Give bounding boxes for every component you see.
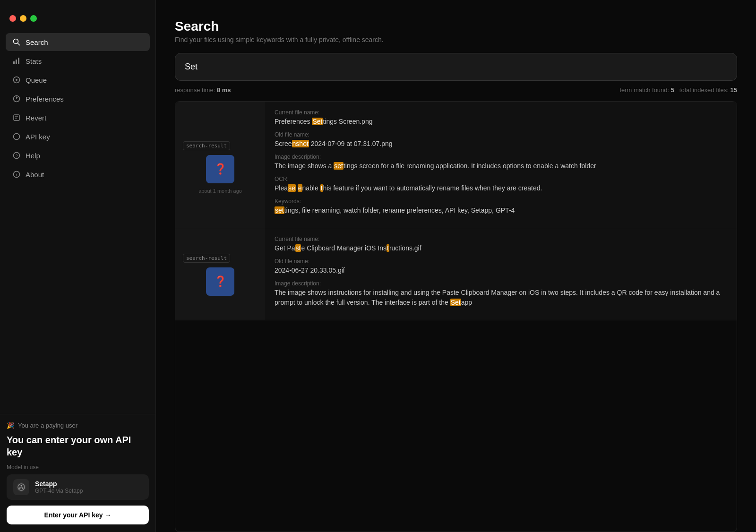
file-thumbnail: ❓ — [206, 267, 234, 296]
sidebar-item-revert[interactable]: Revert — [6, 109, 150, 127]
preferences-icon — [12, 94, 21, 103]
svg-rect-4 — [18, 58, 19, 64]
api-key-promo: You can enter your own API key — [7, 434, 149, 458]
svg-point-13 — [14, 134, 20, 140]
result-tag: search-result — [183, 141, 230, 150]
current-file-label: Current file name: — [275, 236, 727, 242]
sidebar-item-search[interactable]: Search — [6, 33, 150, 51]
model-icon — [13, 479, 29, 495]
sidebar-item-help[interactable]: ? Help — [6, 146, 150, 164]
current-file-value: Preferences Settings Screen.png — [275, 117, 727, 127]
sidebar-bottom: 🎉 You are a paying user You can enter yo… — [0, 414, 155, 532]
sidebar-item-label: Search — [26, 38, 48, 46]
search-stats: response time: 8 ms term match found: 5 … — [175, 86, 737, 94]
svg-rect-2 — [13, 61, 15, 64]
svg-line-1 — [18, 43, 20, 45]
result-details: Current file name: Get Paste Clipboard M… — [265, 228, 737, 320]
maximize-button[interactable] — [30, 15, 37, 22]
old-file-value: 2024-06-27 20.33.05.gif — [275, 266, 727, 275]
keywords-value: settings, file renaming, watch folder, r… — [275, 206, 727, 215]
model-info: Setapp GPT-4o via Setapp — [35, 480, 83, 494]
table-row: search-result ❓ Current file name: Get P… — [175, 228, 737, 320]
result-tag: search-result — [183, 254, 230, 263]
svg-rect-10 — [14, 115, 19, 120]
sidebar-item-label: Help — [26, 152, 40, 160]
sidebar-item-label: Stats — [26, 57, 42, 65]
svg-point-20 — [21, 485, 22, 487]
main-content: Search Find your files using simple keyw… — [156, 0, 756, 532]
sidebar-item-label: API key — [26, 133, 50, 141]
minimize-button[interactable] — [20, 15, 26, 22]
results-container[interactable]: search-result ❓ about 1 month ago Curren… — [175, 101, 737, 532]
paying-user-badge: 🎉 You are a paying user — [7, 422, 149, 429]
old-file-label: Old file name: — [275, 258, 727, 265]
response-time: response time: 8 ms — [175, 86, 231, 94]
page-title: Search — [175, 19, 737, 34]
queue-icon — [12, 76, 21, 84]
model-label: Model in use — [7, 464, 149, 471]
sidebar-item-label: Preferences — [26, 95, 64, 103]
image-desc-value: The image shows instructions for install… — [275, 288, 727, 308]
keywords-label: Keywords: — [275, 198, 727, 205]
sidebar-item-label: About — [26, 171, 44, 179]
current-file-label: Current file name: — [275, 109, 727, 116]
old-file-label: Old file name: — [275, 131, 727, 138]
search-summary: term match found: 5 total indexed files:… — [619, 86, 737, 94]
svg-point-6 — [16, 79, 17, 81]
sidebar-item-queue[interactable]: Queue — [6, 71, 150, 89]
sidebar-item-label: Queue — [26, 76, 47, 84]
current-file-value: Get Paste Clipboard Manager iOS Instruct… — [275, 243, 727, 253]
result-preview: search-result ❓ about 1 month ago — [175, 102, 265, 228]
revert-icon — [12, 113, 21, 122]
old-file-value: Screenshot 2024-07-09 at 07.31.07.png — [275, 139, 727, 149]
image-desc-label: Image description: — [275, 154, 727, 160]
image-desc-value: The image shows a settings screen for a … — [275, 161, 727, 171]
result-timestamp: about 1 month ago — [198, 188, 242, 194]
image-desc-label: Image description: — [275, 280, 727, 287]
ocr-label: OCR: — [275, 176, 727, 182]
api-key-icon — [12, 132, 21, 141]
result-preview: search-result ❓ — [175, 228, 265, 320]
api-key-button[interactable]: Enter your API key → — [7, 506, 149, 524]
stats-icon — [12, 57, 21, 65]
nav-items: Search Stats Queue — [0, 33, 155, 408]
help-icon: ? — [12, 151, 21, 160]
page-subtitle: Find your files using simple keywords wi… — [175, 36, 737, 43]
model-name: Setapp — [35, 480, 83, 488]
svg-text:i: i — [16, 172, 17, 177]
ocr-value: Please enable this feature if you want t… — [275, 183, 727, 193]
about-icon: i — [12, 170, 21, 179]
search-icon — [12, 38, 21, 46]
model-sub: GPT-4o via Setapp — [35, 488, 83, 494]
sidebar-item-label: Revert — [26, 114, 46, 122]
file-thumbnail: ❓ — [206, 155, 234, 183]
sidebar-item-api-key[interactable]: API key — [6, 128, 150, 146]
close-button[interactable] — [9, 15, 16, 22]
sidebar-item-about[interactable]: i About — [6, 165, 150, 183]
svg-text:?: ? — [16, 154, 18, 158]
svg-rect-3 — [16, 60, 17, 64]
paying-user-label: You are a paying user — [18, 422, 77, 429]
sidebar-item-stats[interactable]: Stats — [6, 52, 150, 70]
sidebar-item-preferences[interactable]: Preferences — [6, 90, 150, 108]
result-details: Current file name: Preferences Settings … — [265, 102, 737, 228]
table-row: search-result ❓ about 1 month ago Curren… — [175, 102, 737, 228]
paying-user-emoji: 🎉 — [7, 422, 14, 429]
sidebar: Search Stats Queue — [0, 0, 156, 532]
model-card: Setapp GPT-4o via Setapp — [7, 474, 149, 500]
window-controls — [0, 9, 155, 33]
search-input[interactable] — [175, 53, 737, 81]
